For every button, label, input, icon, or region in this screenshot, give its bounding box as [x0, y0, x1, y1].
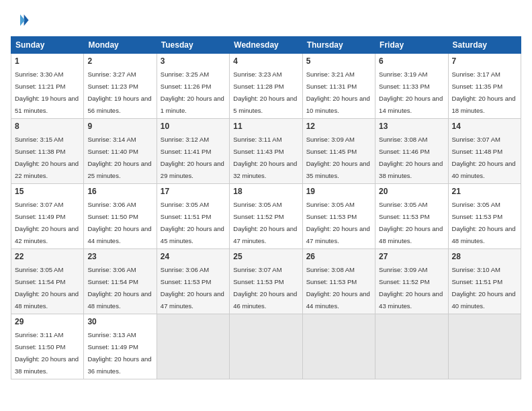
day-number: 27 — [379, 252, 444, 261]
day-info: Sunrise: 3:08 AMSunset: 11:46 PMDaylight… — [379, 136, 443, 179]
calendar-cell: 29 Sunrise: 3:11 AMSunset: 11:50 PMDayli… — [11, 314, 84, 379]
day-number: 4 — [233, 56, 298, 66]
day-info: Sunrise: 3:05 AMSunset: 11:53 PMDaylight… — [306, 201, 370, 244]
day-info: Sunrise: 3:11 AMSunset: 11:43 PMDaylight… — [233, 136, 297, 179]
day-number: 9 — [87, 122, 152, 131]
day-info: Sunrise: 3:17 AMSunset: 11:35 PMDaylight… — [452, 71, 516, 114]
calendar-cell: 8 Sunrise: 3:15 AMSunset: 11:38 PMDaylig… — [11, 119, 84, 184]
day-number: 6 — [379, 56, 444, 66]
day-info: Sunrise: 3:12 AMSunset: 11:41 PMDaylight… — [161, 136, 224, 179]
day-info: Sunrise: 3:09 AMSunset: 11:52 PMDaylight… — [379, 266, 443, 310]
day-info: Sunrise: 3:09 AMSunset: 11:45 PMDaylight… — [306, 136, 370, 179]
day-info: Sunrise: 3:05 AMSunset: 11:53 PMDaylight… — [379, 201, 443, 244]
calendar-cell — [302, 314, 375, 379]
day-number: 16 — [87, 187, 152, 196]
day-info: Sunrise: 3:05 AMSunset: 11:54 PMDaylight… — [15, 266, 79, 310]
day-number: 28 — [452, 252, 517, 261]
day-number: 13 — [379, 122, 444, 131]
calendar-cell — [230, 314, 302, 379]
calendar-week-row: 29 Sunrise: 3:11 AMSunset: 11:50 PMDayli… — [11, 314, 521, 379]
day-number: 29 — [15, 317, 80, 326]
day-info: Sunrise: 3:05 AMSunset: 11:53 PMDaylight… — [452, 201, 516, 244]
day-number: 2 — [87, 56, 152, 66]
day-info: Sunrise: 3:06 AMSunset: 11:50 PMDaylight… — [87, 201, 151, 244]
calendar-cell: 6 Sunrise: 3:19 AMSunset: 11:33 PMDaylig… — [375, 54, 448, 119]
day-number: 10 — [161, 122, 226, 131]
logo — [11, 11, 32, 30]
day-number: 17 — [161, 187, 226, 196]
calendar-cell: 4 Sunrise: 3:23 AMSunset: 11:28 PMDaylig… — [230, 54, 302, 119]
calendar-cell: 19 Sunrise: 3:05 AMSunset: 11:53 PMDayli… — [302, 184, 375, 249]
day-number: 14 — [452, 122, 517, 131]
calendar-cell: 30 Sunrise: 3:13 AMSunset: 11:49 PMDayli… — [84, 314, 157, 379]
calendar-week-row: 15 Sunrise: 3:07 AMSunset: 11:49 PMDayli… — [11, 184, 521, 249]
day-info: Sunrise: 3:19 AMSunset: 11:33 PMDaylight… — [379, 71, 443, 114]
day-info: Sunrise: 3:21 AMSunset: 11:31 PMDaylight… — [306, 71, 370, 114]
calendar-cell: 7 Sunrise: 3:17 AMSunset: 11:35 PMDaylig… — [448, 54, 521, 119]
day-info: Sunrise: 3:27 AMSunset: 11:23 PMDaylight… — [87, 71, 151, 114]
day-number: 25 — [233, 252, 298, 261]
weekday-header-monday: Monday — [84, 37, 157, 54]
weekday-header-wednesday: Wednesday — [230, 37, 302, 54]
day-info: Sunrise: 3:05 AMSunset: 11:52 PMDaylight… — [233, 201, 297, 244]
day-info: Sunrise: 3:07 AMSunset: 11:49 PMDaylight… — [15, 201, 79, 244]
calendar-cell — [448, 314, 521, 379]
calendar-cell: 21 Sunrise: 3:05 AMSunset: 11:53 PMDayli… — [448, 184, 521, 249]
day-number: 23 — [87, 252, 152, 261]
day-number: 11 — [233, 122, 298, 131]
day-info: Sunrise: 3:07 AMSunset: 11:48 PMDaylight… — [452, 136, 516, 179]
calendar-cell: 28 Sunrise: 3:10 AMSunset: 11:51 PMDayli… — [448, 249, 521, 314]
day-number: 26 — [306, 252, 371, 261]
day-number: 20 — [379, 187, 444, 196]
day-info: Sunrise: 3:08 AMSunset: 11:53 PMDaylight… — [306, 266, 370, 310]
day-number: 30 — [87, 317, 152, 326]
calendar-cell: 27 Sunrise: 3:09 AMSunset: 11:52 PMDayli… — [375, 249, 448, 314]
calendar-cell — [375, 314, 448, 379]
day-number: 18 — [233, 187, 298, 196]
calendar-cell: 11 Sunrise: 3:11 AMSunset: 11:43 PMDayli… — [230, 119, 302, 184]
day-number: 22 — [15, 252, 80, 261]
day-info: Sunrise: 3:23 AMSunset: 11:28 PMDaylight… — [233, 71, 297, 114]
calendar-week-row: 22 Sunrise: 3:05 AMSunset: 11:54 PMDayli… — [11, 249, 521, 314]
calendar-cell: 14 Sunrise: 3:07 AMSunset: 11:48 PMDayli… — [448, 119, 521, 184]
day-info: Sunrise: 3:14 AMSunset: 11:40 PMDaylight… — [87, 136, 151, 179]
day-info: Sunrise: 3:15 AMSunset: 11:38 PMDaylight… — [15, 136, 79, 179]
page-header — [11, 11, 521, 30]
day-number: 15 — [15, 187, 80, 196]
calendar-cell: 24 Sunrise: 3:06 AMSunset: 11:53 PMDayli… — [157, 249, 229, 314]
calendar-cell: 3 Sunrise: 3:25 AMSunset: 11:26 PMDaylig… — [157, 54, 229, 119]
calendar-cell: 5 Sunrise: 3:21 AMSunset: 11:31 PMDaylig… — [302, 54, 375, 119]
day-info: Sunrise: 3:07 AMSunset: 11:53 PMDaylight… — [233, 266, 297, 310]
day-number: 12 — [306, 122, 371, 131]
weekday-header-row: SundayMondayTuesdayWednesdayThursdayFrid… — [11, 37, 521, 54]
day-info: Sunrise: 3:25 AMSunset: 11:26 PMDaylight… — [161, 71, 224, 114]
calendar-cell — [157, 314, 229, 379]
calendar-cell: 10 Sunrise: 3:12 AMSunset: 11:41 PMDayli… — [157, 119, 229, 184]
weekday-header-friday: Friday — [375, 37, 448, 54]
calendar-cell: 17 Sunrise: 3:05 AMSunset: 11:51 PMDayli… — [157, 184, 229, 249]
calendar-cell: 20 Sunrise: 3:05 AMSunset: 11:53 PMDayli… — [375, 184, 448, 249]
calendar-cell: 16 Sunrise: 3:06 AMSunset: 11:50 PMDayli… — [84, 184, 157, 249]
day-info: Sunrise: 3:11 AMSunset: 11:50 PMDaylight… — [15, 331, 79, 375]
weekday-header-tuesday: Tuesday — [157, 37, 229, 54]
day-number: 8 — [15, 122, 80, 131]
calendar-cell: 1 Sunrise: 3:30 AMSunset: 11:21 PMDaylig… — [11, 54, 84, 119]
day-info: Sunrise: 3:05 AMSunset: 11:51 PMDaylight… — [161, 201, 224, 244]
calendar-cell: 22 Sunrise: 3:05 AMSunset: 11:54 PMDayli… — [11, 249, 84, 314]
day-number: 21 — [452, 187, 517, 196]
calendar-week-row: 1 Sunrise: 3:30 AMSunset: 11:21 PMDaylig… — [11, 54, 521, 119]
day-number: 5 — [306, 56, 371, 66]
logo-icon — [11, 11, 30, 30]
day-number: 3 — [161, 56, 226, 66]
day-number: 7 — [452, 56, 517, 66]
weekday-header-sunday: Sunday — [11, 37, 84, 54]
calendar-cell: 12 Sunrise: 3:09 AMSunset: 11:45 PMDayli… — [302, 119, 375, 184]
day-info: Sunrise: 3:13 AMSunset: 11:49 PMDaylight… — [87, 331, 151, 375]
day-info: Sunrise: 3:06 AMSunset: 11:53 PMDaylight… — [161, 266, 224, 310]
calendar-cell: 13 Sunrise: 3:08 AMSunset: 11:46 PMDayli… — [375, 119, 448, 184]
day-info: Sunrise: 3:06 AMSunset: 11:54 PMDaylight… — [87, 266, 151, 310]
calendar-cell: 9 Sunrise: 3:14 AMSunset: 11:40 PMDaylig… — [84, 119, 157, 184]
calendar-cell: 15 Sunrise: 3:07 AMSunset: 11:49 PMDayli… — [11, 184, 84, 249]
weekday-header-saturday: Saturday — [448, 37, 521, 54]
calendar-cell: 23 Sunrise: 3:06 AMSunset: 11:54 PMDayli… — [84, 249, 157, 314]
